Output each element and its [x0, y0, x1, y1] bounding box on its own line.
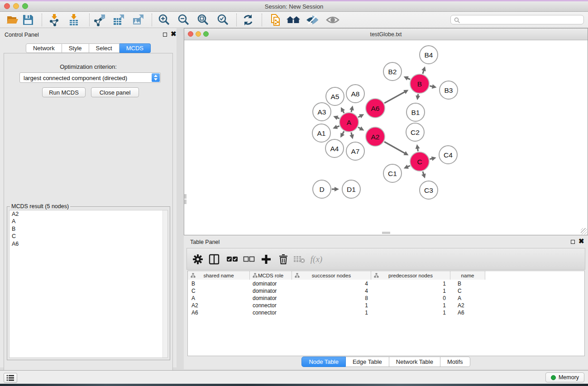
add-column-button[interactable] — [259, 252, 273, 267]
network-scroll-mark[interactable] — [382, 232, 390, 234]
search-field[interactable] — [450, 15, 584, 24]
graph-node-label: A8 — [351, 90, 360, 98]
table-row[interactable]: Bdominator41B — [188, 280, 584, 287]
graph-edge-C-C2[interactable] — [417, 148, 418, 152]
table-row[interactable]: Adominator80A — [188, 295, 584, 302]
table-tab-edge-table[interactable]: Edge Table — [346, 357, 389, 367]
control-tab-style[interactable]: Style — [62, 43, 89, 53]
network-window-titlebar[interactable]: testGlobe.txt — [184, 29, 588, 40]
table-cell: 1 — [371, 287, 450, 295]
table-cell: 1 — [371, 280, 450, 287]
toolbar-separator — [236, 14, 237, 26]
window-resize-grip[interactable] — [581, 228, 587, 234]
main-titlebar[interactable]: Session: New Session — [0, 1, 588, 12]
clone-network-button[interactable] — [267, 13, 283, 27]
graph-edge-A-A4[interactable] — [342, 131, 344, 134]
run-mcds-button[interactable]: Run MCDS — [42, 87, 86, 97]
control-tab-mcds[interactable]: MCDS — [120, 43, 151, 53]
network-window-title: testGlobe.txt — [184, 31, 588, 38]
hide-selected-button[interactable] — [304, 13, 320, 27]
export-network-button[interactable] — [91, 13, 108, 27]
memory-button[interactable]: Memory — [545, 372, 584, 382]
graph-node-label: C1 — [388, 170, 397, 177]
close-panel-icon[interactable]: ✖ — [171, 30, 177, 38]
network-view-window: testGlobe.txt B4B2BB3A8A5A6B1A3AC2A1A2A4… — [184, 28, 588, 235]
table-settings-button[interactable] — [191, 252, 205, 267]
select-all-button[interactable] — [225, 252, 239, 267]
show-panels-button[interactable] — [4, 373, 17, 383]
table-cell: C — [188, 287, 250, 295]
table-panel-tabs: Node TableEdge TableNetwork TableMotifs — [184, 357, 588, 367]
table-tab-motifs[interactable]: Motifs — [440, 357, 470, 367]
mcds-result-item[interactable]: A2 — [10, 210, 167, 218]
graph-node-label: A2 — [371, 133, 380, 141]
network-scroll-mark[interactable] — [184, 200, 186, 204]
graph-node-label: B1 — [411, 109, 420, 116]
control-panel-title: Control Panel — [5, 32, 39, 38]
export-image-button[interactable] — [130, 13, 146, 27]
graph-edge-B-B4[interactable] — [423, 70, 424, 74]
control-tab-select[interactable]: Select — [89, 43, 120, 53]
network-graph-canvas[interactable]: B4B2BB3A8A5A6B1A3AC2A1A2A4A7C4CC1C3DD1 — [184, 41, 588, 235]
eye-icon — [326, 14, 339, 26]
criterion-dropdown[interactable]: largest connected component (directed) — [19, 72, 161, 83]
mcds-result-groupbox: MCDS result (5 nodes) A2ABCA6 — [7, 206, 170, 360]
table-body: Bdominator41BCdominator41CAdominator80AA… — [188, 280, 584, 356]
show-columns-button[interactable] — [207, 252, 221, 267]
zoom-selected-button[interactable] — [215, 13, 231, 27]
table-row[interactable]: A2connector11A2 — [188, 302, 584, 309]
control-tab-network[interactable]: Network — [26, 43, 62, 53]
table-tab-node-table[interactable]: Node Table — [301, 357, 346, 367]
export-image-icon — [132, 14, 144, 26]
show-all-button[interactable] — [325, 13, 341, 27]
search-input[interactable] — [462, 16, 579, 24]
column-header-shared-name[interactable]: shared name — [188, 271, 250, 280]
graph-node-label: A4 — [330, 145, 339, 152]
zoom-in-button[interactable] — [156, 13, 172, 27]
mcds-result-list[interactable]: A2ABCA6 — [9, 210, 168, 358]
mcds-result-item[interactable]: A6 — [10, 240, 167, 248]
function-builder-button[interactable]: f(x) — [309, 252, 324, 267]
table-cell: B — [450, 280, 485, 287]
home-view-button[interactable] — [285, 13, 301, 27]
delete-columns-button[interactable] — [276, 252, 291, 267]
mcds-result-item[interactable]: C — [10, 233, 167, 241]
graph-edge-A6-B[interactable] — [384, 92, 405, 103]
table-row[interactable]: A6connector11A6 — [188, 309, 584, 316]
zoom-fit-icon — [196, 14, 209, 26]
float-panel-icon[interactable] — [571, 240, 575, 244]
table-row[interactable]: Cdominator41C — [188, 287, 584, 295]
table-cell: 1 — [292, 302, 371, 309]
mcds-result-item[interactable]: B — [10, 225, 167, 233]
result-list-scrollbar[interactable] — [163, 210, 167, 357]
zoom-fit-button[interactable] — [195, 13, 211, 27]
graph-edge-C-C3[interactable] — [423, 172, 424, 175]
close-panel-icon[interactable]: ✖ — [578, 237, 584, 245]
memory-status-icon — [551, 375, 556, 380]
destroy-table-button[interactable] — [292, 252, 306, 267]
column-header-name[interactable]: name — [450, 271, 485, 280]
table-toolbar: f(x) — [186, 248, 585, 270]
table-panel-title: Table Panel — [190, 239, 220, 245]
open-file-button[interactable] — [5, 13, 21, 27]
save-session-button[interactable] — [20, 13, 36, 27]
zoom-out-button[interactable] — [175, 13, 191, 27]
import-table-button[interactable] — [66, 13, 82, 27]
refresh-view-button[interactable] — [240, 13, 256, 27]
import-network-button[interactable] — [46, 13, 62, 27]
column-header-predecessor-nodes[interactable]: predecessor nodes — [371, 271, 450, 280]
graph-edge-B-B2[interactable] — [407, 78, 410, 80]
close-panel-button[interactable]: Close panel — [91, 87, 139, 97]
mcds-result-item[interactable]: A — [10, 218, 167, 226]
table-cell: B — [188, 280, 250, 287]
export-table-button[interactable] — [110, 13, 127, 27]
optimization-criterion-label: Optimization criterion: — [4, 63, 172, 70]
column-header-successor-nodes[interactable]: successor nodes — [292, 271, 371, 280]
graph-edge-A2-C[interactable] — [384, 142, 405, 153]
column-header-MCDS-role[interactable]: MCDS role — [250, 271, 292, 280]
edge-arrowhead-icon — [431, 157, 436, 161]
network-scroll-mark[interactable] — [184, 194, 186, 199]
float-panel-icon[interactable] — [163, 33, 167, 37]
deselect-all-button[interactable] — [242, 252, 256, 267]
table-tab-network-table[interactable]: Network Table — [389, 357, 440, 367]
